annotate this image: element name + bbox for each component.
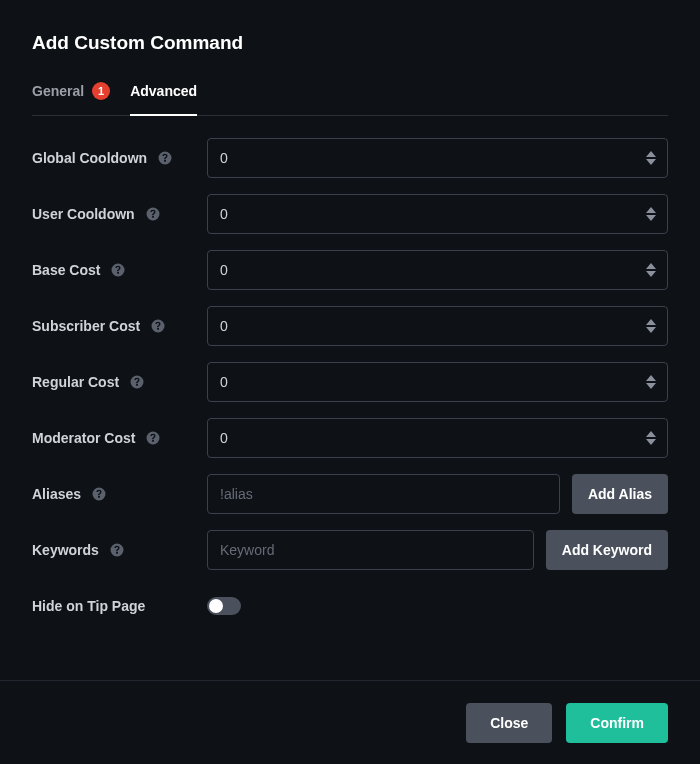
close-button[interactable]: Close bbox=[466, 703, 552, 743]
label-text: Keywords bbox=[32, 542, 99, 558]
label-subscriber-cost: Subscriber Cost bbox=[32, 318, 207, 334]
add-alias-button[interactable]: Add Alias bbox=[572, 474, 668, 514]
tab-label: General bbox=[32, 83, 84, 99]
help-icon bbox=[157, 150, 173, 166]
hide-on-tip-toggle[interactable] bbox=[207, 597, 241, 615]
help-icon bbox=[109, 542, 125, 558]
label-text: Global Cooldown bbox=[32, 150, 147, 166]
label-text: Base Cost bbox=[32, 262, 100, 278]
label-regular-cost: Regular Cost bbox=[32, 374, 207, 390]
regular-cost-input[interactable] bbox=[207, 362, 668, 402]
row-keywords: Keywords Add Keyword bbox=[32, 530, 668, 570]
row-base-cost: Base Cost bbox=[32, 250, 668, 290]
add-keyword-button[interactable]: Add Keyword bbox=[546, 530, 668, 570]
tab-advanced[interactable]: Advanced bbox=[130, 82, 197, 116]
help-icon bbox=[145, 206, 161, 222]
help-icon bbox=[129, 374, 145, 390]
modal-title: Add Custom Command bbox=[32, 32, 668, 54]
toggle-thumb bbox=[209, 599, 223, 613]
row-user-cooldown: User Cooldown bbox=[32, 194, 668, 234]
modal-footer: Close Confirm bbox=[0, 680, 700, 764]
add-custom-command-modal: Add Custom Command General 1 Advanced Gl… bbox=[0, 0, 700, 764]
help-icon bbox=[91, 486, 107, 502]
label-text: Aliases bbox=[32, 486, 81, 502]
modal-content: Add Custom Command General 1 Advanced Gl… bbox=[0, 0, 700, 680]
row-subscriber-cost: Subscriber Cost bbox=[32, 306, 668, 346]
tab-label: Advanced bbox=[130, 83, 197, 99]
label-text: Moderator Cost bbox=[32, 430, 135, 446]
label-text: Subscriber Cost bbox=[32, 318, 140, 334]
base-cost-input[interactable] bbox=[207, 250, 668, 290]
user-cooldown-input[interactable] bbox=[207, 194, 668, 234]
label-user-cooldown: User Cooldown bbox=[32, 206, 207, 222]
confirm-button[interactable]: Confirm bbox=[566, 703, 668, 743]
global-cooldown-input[interactable] bbox=[207, 138, 668, 178]
row-global-cooldown: Global Cooldown bbox=[32, 138, 668, 178]
alias-input[interactable] bbox=[207, 474, 560, 514]
help-icon bbox=[110, 262, 126, 278]
label-aliases: Aliases bbox=[32, 486, 207, 502]
moderator-cost-input[interactable] bbox=[207, 418, 668, 458]
label-base-cost: Base Cost bbox=[32, 262, 207, 278]
tab-general[interactable]: General 1 bbox=[32, 82, 110, 116]
tab-bar: General 1 Advanced bbox=[32, 82, 668, 116]
label-keywords: Keywords bbox=[32, 542, 207, 558]
row-hide-on-tip: Hide on Tip Page bbox=[32, 586, 668, 626]
label-global-cooldown: Global Cooldown bbox=[32, 150, 207, 166]
tab-badge: 1 bbox=[92, 82, 110, 100]
label-text: Regular Cost bbox=[32, 374, 119, 390]
row-moderator-cost: Moderator Cost bbox=[32, 418, 668, 458]
keyword-input[interactable] bbox=[207, 530, 534, 570]
label-text: User Cooldown bbox=[32, 206, 135, 222]
label-moderator-cost: Moderator Cost bbox=[32, 430, 207, 446]
help-icon bbox=[145, 430, 161, 446]
subscriber-cost-input[interactable] bbox=[207, 306, 668, 346]
row-aliases: Aliases Add Alias bbox=[32, 474, 668, 514]
label-text: Hide on Tip Page bbox=[32, 598, 145, 614]
help-icon bbox=[150, 318, 166, 334]
row-regular-cost: Regular Cost bbox=[32, 362, 668, 402]
label-hide-on-tip: Hide on Tip Page bbox=[32, 598, 207, 614]
